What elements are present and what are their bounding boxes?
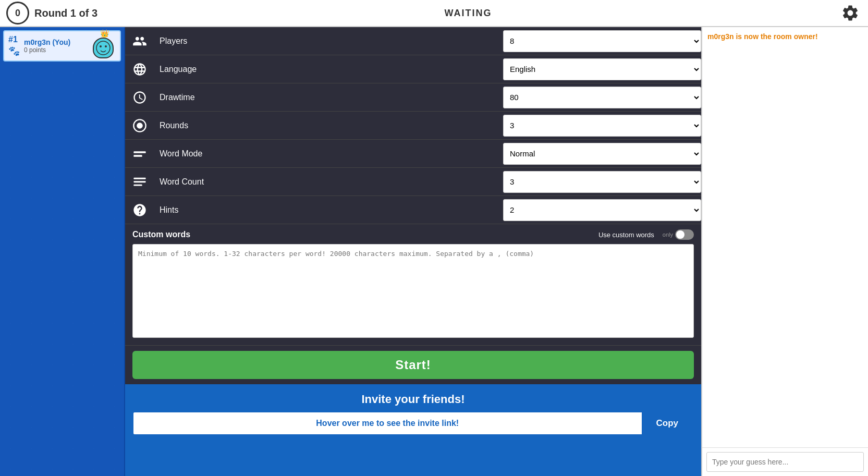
svg-rect-5 xyxy=(133,151,145,153)
rounds-row: Rounds 2 3 4 5 6 8 10 xyxy=(125,112,701,140)
crown-icon: 👑 xyxy=(100,29,109,38)
clock-icon xyxy=(132,90,147,105)
only-label: only xyxy=(663,231,673,238)
rounds-icon-cell xyxy=(125,118,154,133)
players-row: Players 8 2 3 4 5 6 7 9 10 12 16 20 xyxy=(125,27,701,55)
word-count-icon xyxy=(132,175,147,189)
rounds-label: Rounds xyxy=(154,121,503,130)
drawtime-icon-cell xyxy=(125,90,154,105)
hints-icon-cell xyxy=(125,203,154,217)
center-panel: Players 8 2 3 4 5 6 7 9 10 12 16 20 xyxy=(125,27,701,476)
invite-link-text: Hover over me to see the invite link! xyxy=(133,412,642,434)
custom-words-header: Custom words Use custom words only xyxy=(132,229,694,240)
drawtime-label: Drawtime xyxy=(154,93,503,102)
avatar-face xyxy=(95,40,111,56)
svg-rect-7 xyxy=(133,177,145,179)
invite-link-row: Hover over me to see the invite link! Co… xyxy=(132,411,694,435)
players-select[interactable]: 8 2 3 4 5 6 7 9 10 12 16 20 xyxy=(503,30,701,52)
svg-point-2 xyxy=(105,45,107,47)
drawtime-row: Drawtime 80 30 60 120 180 xyxy=(125,83,701,112)
chat-input-area xyxy=(702,447,868,476)
round-counter: 0 xyxy=(6,2,29,25)
language-icon-cell xyxy=(125,62,154,77)
avatar-body xyxy=(93,38,114,58)
word-mode-icon-cell xyxy=(125,147,154,161)
sidebar-left: #1 🐾 m0rg3n (You) 0 points 👑 xyxy=(0,27,125,476)
word-mode-select[interactable]: Normal Hidden Combination xyxy=(503,143,701,165)
rounds-select[interactable]: 2 3 4 5 6 8 10 xyxy=(503,115,701,137)
custom-words-title: Custom words xyxy=(132,230,190,239)
invite-title: Invite your friends! xyxy=(132,393,694,406)
hints-icon xyxy=(132,203,147,217)
round-title: Round 1 of 3 xyxy=(34,7,97,19)
svg-rect-6 xyxy=(133,155,142,157)
language-icon xyxy=(132,62,147,77)
hints-label: Hints xyxy=(154,205,503,215)
player-rank-label: #1 🐾 xyxy=(8,35,21,57)
language-row: Language English German Spanish French xyxy=(125,55,701,83)
svg-rect-9 xyxy=(133,184,142,186)
status-label: WAITING xyxy=(445,8,492,19)
drawtime-select[interactable]: 80 30 60 120 180 xyxy=(503,87,701,108)
invite-section: Invite your friends! Hover over me to se… xyxy=(125,384,701,476)
use-custom-label: Use custom words xyxy=(598,231,654,239)
use-custom-toggle[interactable] xyxy=(675,229,694,240)
svg-point-1 xyxy=(100,45,102,47)
custom-words-section: Custom words Use custom words only xyxy=(125,224,701,346)
word-count-icon-cell xyxy=(125,175,154,189)
custom-words-textarea[interactable] xyxy=(132,244,694,338)
svg-rect-8 xyxy=(133,181,145,182)
players-icon xyxy=(132,34,147,48)
start-btn-container: Start! xyxy=(125,346,701,384)
word-count-label: Word Count xyxy=(154,177,503,187)
word-count-row: Word Count 1 2 3 4 5 xyxy=(125,168,701,196)
sidebar-right: m0rg3n is now the room owner! xyxy=(701,27,868,476)
settings-button[interactable] xyxy=(839,2,862,25)
hints-row: Hints 0 1 2 3 4 5 xyxy=(125,196,701,224)
language-select[interactable]: English German Spanish French xyxy=(503,58,701,80)
start-button[interactable]: Start! xyxy=(132,351,694,379)
copy-button[interactable]: Copy xyxy=(642,412,693,434)
gear-icon xyxy=(841,4,860,22)
players-icon-cell xyxy=(125,34,154,48)
avatar: 👑 xyxy=(93,34,116,57)
word-count-select[interactable]: 1 2 3 4 5 xyxy=(503,171,701,193)
main-layout: #1 🐾 m0rg3n (You) 0 points 👑 xyxy=(0,27,868,476)
chat-messages: m0rg3n is now the room owner! xyxy=(702,27,868,447)
players-label: Players xyxy=(154,36,503,46)
settings-form: Players 8 2 3 4 5 6 7 9 10 12 16 20 xyxy=(125,27,701,224)
chat-input[interactable] xyxy=(706,452,864,472)
word-mode-icon xyxy=(132,147,147,161)
use-custom-toggle-area: Use custom words only xyxy=(598,229,694,240)
hints-select[interactable]: 0 1 2 3 4 5 xyxy=(503,199,701,221)
top-bar: 0 Round 1 of 3 WAITING xyxy=(0,0,868,27)
paw-icon: 🐾 xyxy=(8,45,21,57)
word-mode-label: Word Mode xyxy=(154,149,503,158)
rounds-icon xyxy=(132,118,147,133)
round-info: 0 Round 1 of 3 xyxy=(6,2,97,25)
word-mode-row: Word Mode Normal Hidden Combination xyxy=(125,140,701,168)
player-info: m0rg3n (You) 0 points xyxy=(24,38,90,54)
svg-point-0 xyxy=(96,41,110,55)
chat-owner-message: m0rg3n is now the room owner! xyxy=(707,32,863,41)
language-label: Language xyxy=(154,65,503,74)
player-card: #1 🐾 m0rg3n (You) 0 points 👑 xyxy=(3,30,121,62)
svg-point-4 xyxy=(137,123,143,129)
